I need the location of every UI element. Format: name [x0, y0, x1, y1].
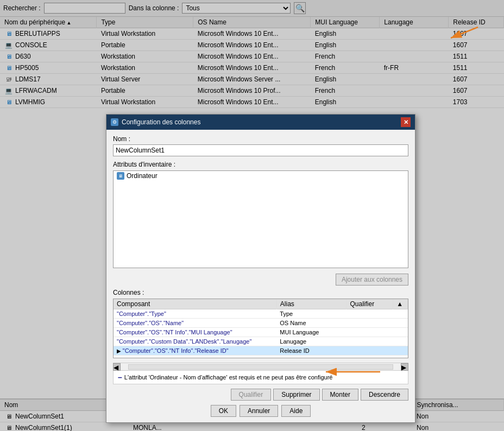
horizontal-scrollbar[interactable]: ◀ ▶ [113, 363, 408, 370]
nom-input[interactable] [113, 144, 408, 156]
cell-composant: "Computer"."Custom Data"."LANDesk"."Lanu… [114, 337, 276, 346]
columns-table-row[interactable]: "Computer"."OS"."NT Info"."MUI Language"… [114, 328, 408, 337]
cell-composant: "Computer"."Type" [114, 309, 276, 319]
dialog-action-row: Qualifier Supprimer Monter Descendre [113, 389, 408, 401]
col-composant-header[interactable]: Composant [114, 299, 276, 309]
dialog-info-bar: – L'attribut 'Ordinateur - Nom d'afficha… [113, 370, 408, 384]
cell-composant: "Computer"."OS"."Name" [114, 319, 276, 328]
cell-composant: ▶ "Computer"."OS"."NT Info"."Release ID" [114, 346, 276, 356]
supprimer-button[interactable]: Supprimer [273, 389, 319, 401]
nom-label: Nom : [113, 135, 408, 143]
columns-section-label: Colonnes : [113, 289, 408, 296]
dialog-titlebar: ⚙ Configuration des colonnes ✕ [106, 115, 415, 130]
col-qualifier-header[interactable]: Qualifier [346, 299, 393, 309]
cell-alias: OS Name [276, 319, 346, 328]
columns-table-header: Composant Alias Qualifier ▲ [114, 299, 408, 309]
cell-qualifier [346, 319, 393, 328]
monter-button[interactable]: Monter [322, 389, 358, 401]
aide-button[interactable]: Aide [281, 405, 311, 417]
cell-alias: Lanugage [276, 337, 346, 346]
columns-table-row[interactable]: "Computer"."OS"."Name" OS Name [114, 319, 408, 328]
cell-scroll-spacer [393, 346, 408, 356]
scrollbar-track[interactable] [128, 364, 393, 370]
cell-scroll-spacer [393, 328, 408, 337]
main-window: Rechercher : Dans la colonne : TousNom d… [0, 0, 504, 431]
ok-button[interactable]: OK [211, 405, 236, 417]
cell-qualifier [346, 309, 393, 319]
add-columns-button[interactable]: Ajouter aux colonnes [336, 274, 408, 286]
descendre-button[interactable]: Descendre [361, 389, 408, 401]
tree-item-label: Ordinateur [127, 172, 158, 180]
cell-alias: Type [276, 309, 346, 319]
columns-table: Composant Alias Qualifier ▲ "Computer"."… [114, 299, 408, 356]
cell-scroll-spacer [393, 309, 408, 319]
columns-table-row[interactable]: "Computer"."Type" Type [114, 309, 408, 319]
annuler-button[interactable]: Annuler [240, 405, 278, 417]
attributes-label: Attributs d'inventaire : [113, 161, 408, 168]
scroll-right-btn[interactable]: ▶ [401, 363, 408, 371]
dialog-titlebar-left: ⚙ Configuration des colonnes [111, 118, 200, 126]
cell-scroll-spacer [393, 319, 408, 328]
cell-qualifier [346, 346, 393, 356]
cell-alias: Release ID [276, 346, 346, 356]
inventory-tree[interactable]: 🖥 Ordinateur [113, 170, 408, 268]
row-arrow: ▶ [117, 348, 123, 354]
dialog-body: Nom : Attributs d'inventaire : 🖥 Ordinat… [106, 130, 415, 422]
columns-table-row[interactable]: ▶ "Computer"."OS"."NT Info"."Release ID"… [114, 346, 408, 356]
info-icon: – [118, 373, 122, 382]
cell-composant: "Computer"."OS"."NT Info"."MUI Language" [114, 328, 276, 337]
cell-qualifier [346, 337, 393, 346]
tree-item-ordinateur[interactable]: 🖥 Ordinateur [114, 171, 408, 181]
col-alias-header[interactable]: Alias [276, 299, 346, 309]
cell-qualifier [346, 328, 393, 337]
action-buttons: Qualifier Supprimer Monter Descendre [231, 389, 408, 401]
tree-item-icon: 🖥 [117, 172, 124, 180]
scroll-left-btn[interactable]: ◀ [113, 363, 121, 371]
cell-alias: MUI Language [276, 328, 346, 337]
info-text: L'attribut 'Ordinateur - Nom d'affichage… [124, 374, 333, 381]
columns-table-row[interactable]: "Computer"."Custom Data"."LANDesk"."Lanu… [114, 337, 408, 346]
columns-table-wrap: Composant Alias Qualifier ▲ "Computer"."… [113, 299, 408, 358]
qualifier-button[interactable]: Qualifier [231, 389, 272, 401]
configuration-dialog: ⚙ Configuration des colonnes ✕ Nom : Att… [106, 114, 415, 423]
col-scroll-header: ▲ [393, 299, 408, 309]
cell-scroll-spacer [393, 337, 408, 346]
dialog-title: Configuration des colonnes [122, 118, 200, 126]
dialog-close-button[interactable]: ✕ [401, 117, 411, 127]
dialog-ok-row: OK Annuler Aide [113, 405, 408, 417]
dialog-title-icon: ⚙ [111, 118, 118, 126]
